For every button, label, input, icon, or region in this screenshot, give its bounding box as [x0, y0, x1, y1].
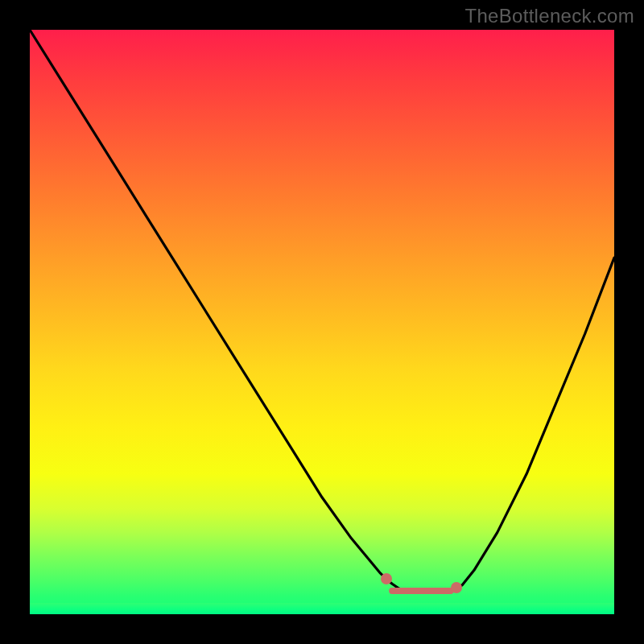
watermark-text: TheBottleneck.com — [464, 5, 634, 27]
bottleneck-curve — [0, 0, 644, 644]
chart-frame: TheBottleneck.com — [0, 0, 644, 644]
